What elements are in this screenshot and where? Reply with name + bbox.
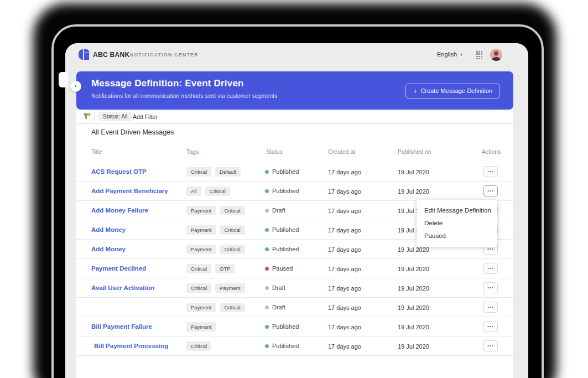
table-row: PaymentCritical Draft 17 days ago 19 Jul…: [76, 298, 513, 317]
plus-icon: +: [413, 87, 418, 95]
tag-chip: Critical: [186, 264, 211, 273]
message-title-link[interactable]: Add Payment Beneficiary: [91, 188, 168, 194]
row-actions-button[interactable]: •••: [483, 263, 498, 274]
top-navbar: ABC BANK NOTIFICATION CENTER English▾: [65, 43, 528, 66]
created-at-cell: 17 days ago: [328, 246, 361, 253]
tags-cell: AllCritical: [186, 187, 230, 196]
message-title-link[interactable]: Bill Payment Failure: [91, 323, 152, 330]
tags-cell: PaymentCritical: [186, 206, 245, 215]
status-cell: Paused: [265, 265, 293, 272]
tags-cell: Critical: [186, 341, 211, 351]
status-dot-icon: [265, 325, 269, 329]
status-label: Published: [272, 246, 299, 252]
message-title-link[interactable]: Add Money: [91, 246, 126, 252]
filter-funnel-icon[interactable]: [82, 113, 91, 121]
ellipsis-icon: •••: [484, 283, 497, 292]
status-label: Paused: [272, 265, 293, 272]
status-dot-icon: [265, 267, 269, 271]
status-filter-chip[interactable]: Status: All: [98, 112, 132, 121]
message-title-link[interactable]: Avail User Activation: [91, 284, 154, 291]
ellipsis-icon: •••: [484, 322, 497, 331]
column-header-title: Title: [91, 148, 102, 155]
status-cell: Draft: [265, 284, 285, 291]
language-label: English: [437, 51, 457, 58]
page-subtitle: Notifications for all communication meth…: [91, 92, 277, 99]
column-header-published-on: Published on: [398, 148, 431, 155]
table-row: Bill Payment Processing Critical Publish…: [76, 336, 513, 356]
row-actions-button[interactable]: •••: [483, 282, 498, 293]
context-menu: Edit Message Definition Delete Paused: [417, 200, 497, 247]
status-cell: Published: [265, 246, 299, 252]
tag-chip: Payment: [186, 206, 216, 215]
tags-cell: Payment: [186, 322, 216, 332]
status-cell: Published: [265, 168, 299, 175]
created-at-cell: 17 days ago: [328, 169, 361, 175]
status-dot-icon: [265, 305, 269, 309]
published-on-cell: 19 Jul 2020: [398, 246, 429, 253]
message-title-link[interactable]: Add Money Failure: [91, 207, 148, 214]
status-dot-icon: [265, 228, 269, 232]
tag-chip: Critical: [220, 225, 245, 235]
apps-grid-icon[interactable]: [476, 51, 482, 59]
rows-list: ACS Request OTP CriticalDefault Publishe…: [76, 162, 513, 356]
create-button-label: Create Message Definition: [420, 87, 492, 94]
ellipsis-icon: •••: [484, 167, 497, 176]
message-title-link[interactable]: Payment Declined: [91, 265, 146, 272]
section-title: All Event Driven Messages: [91, 128, 174, 136]
status-cell: Draft: [265, 304, 285, 310]
table-header-row: Title Tags Status Created at Published o…: [76, 145, 513, 162]
table-row: ACS Request OTP CriticalDefault Publishe…: [76, 162, 513, 182]
brand-logo-icon: [79, 49, 89, 60]
page-header: Message Definition: Event Driven Notific…: [76, 71, 513, 110]
menu-item-delete[interactable]: Delete: [417, 217, 497, 230]
column-header-actions: Actions: [482, 148, 501, 155]
tag-chip: Critical: [186, 167, 211, 177]
published-on-cell: 19 Jul 2020: [398, 343, 429, 350]
create-message-definition-button[interactable]: +Create Message Definition: [405, 84, 500, 99]
column-header-status: Status: [266, 148, 283, 155]
brand-name: ABC BANK: [93, 51, 129, 59]
ellipsis-icon: •••: [484, 303, 497, 312]
published-on-cell: 19 Jul 2020: [398, 324, 429, 330]
tags-cell: CriticalDefault: [186, 167, 241, 177]
message-title-link[interactable]: Add Money: [91, 226, 126, 233]
row-actions-button[interactable]: •••: [483, 166, 498, 177]
status-dot-icon: [265, 189, 269, 193]
language-selector[interactable]: English▾: [437, 51, 462, 58]
row-actions-button[interactable]: •••: [483, 321, 498, 332]
tag-chip: Payment: [186, 225, 216, 235]
created-at-cell: 17 days ago: [328, 324, 361, 330]
user-avatar[interactable]: [490, 49, 502, 61]
column-header-created-at: Created at: [328, 148, 355, 155]
status-cell: Published: [265, 226, 299, 233]
add-filter-button[interactable]: Add Filter: [133, 113, 158, 120]
chevron-down-icon: ▾: [460, 52, 462, 57]
published-on-cell: 19 Jul 2020: [398, 266, 429, 272]
tags-cell: CriticalOTP: [186, 264, 235, 273]
table-row: Avail User Activation CriticalPayment Dr…: [76, 278, 513, 298]
status-dot-icon: [265, 286, 269, 290]
status-cell: Published: [265, 188, 299, 194]
row-actions-button[interactable]: •••: [483, 302, 498, 313]
status-dot-icon: [265, 209, 269, 213]
menu-item-edit-message-definition[interactable]: Edit Message Definition: [417, 204, 497, 217]
tag-chip: Payment: [186, 303, 216, 312]
published-on-cell: 19 Jul 2020: [398, 169, 429, 175]
ellipsis-icon: •••: [484, 341, 497, 350]
menu-item-paused[interactable]: Paused: [417, 230, 497, 242]
row-actions-button[interactable]: •••: [483, 340, 498, 351]
tag-chip: Critical: [205, 187, 230, 196]
message-title-link[interactable]: ACS Request OTP: [91, 168, 147, 175]
tag-chip: All: [186, 187, 201, 196]
status-label: Published: [272, 343, 299, 349]
status-cell: Draft: [265, 207, 285, 214]
message-title-link[interactable]: Bill Payment Processing: [91, 343, 168, 349]
tag-chip: Payment: [186, 245, 216, 254]
tags-cell: PaymentCritical: [186, 245, 245, 254]
ellipsis-icon: •••: [484, 187, 497, 195]
table-row: Bill Payment Failure Payment Published 1…: [76, 317, 513, 336]
row-actions-button[interactable]: •••: [483, 185, 498, 196]
tag-chip: Critical: [186, 283, 211, 293]
back-button[interactable]: ‹: [70, 81, 81, 92]
tag-chip: Payment: [215, 283, 245, 293]
